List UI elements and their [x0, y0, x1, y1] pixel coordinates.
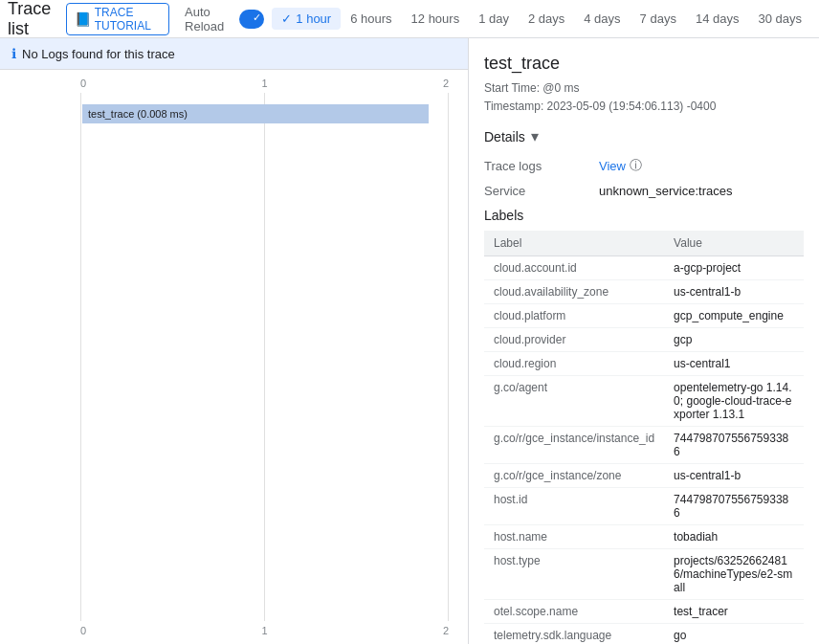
start-time: Start Time: @0 ms	[484, 79, 804, 98]
service-row: Service unknown_service:traces	[484, 184, 804, 198]
value-cell: us-central1	[664, 352, 804, 376]
labels-title: Labels	[484, 208, 804, 223]
table-row: cloud.providergcp	[484, 328, 804, 352]
info-circle-icon: ⓘ	[630, 157, 642, 174]
check-icon: ✓	[281, 11, 292, 26]
label-cell: host.type	[484, 549, 664, 600]
axis-top-0: 0	[80, 78, 86, 89]
value-cell: us-central1-b	[664, 464, 804, 488]
labels-col-label: Label	[484, 231, 664, 256]
trace-logs-value: View ⓘ	[599, 157, 642, 174]
value-cell: 7447987075567593386	[664, 488, 804, 525]
value-cell: a-gcp-project	[664, 256, 804, 280]
table-row: cloud.availability_zoneus-central1-b	[484, 280, 804, 304]
table-row: host.typeprojects/632526624816/machineTy…	[484, 549, 804, 600]
label-cell: host.id	[484, 488, 664, 525]
details-label: Details	[484, 129, 525, 144]
table-row: g.co/agentopentelemetry-go 1.14.0; googl…	[484, 376, 804, 427]
label-cell: cloud.platform	[484, 304, 664, 328]
time-btn-6hours[interactable]: 6 hours	[341, 8, 401, 30]
value-cell: gcp	[664, 328, 804, 352]
label-cell: cloud.availability_zone	[484, 280, 664, 304]
value-cell: go	[664, 624, 804, 644]
label-cell: cloud.provider	[484, 328, 664, 352]
label-cell: cloud.account.id	[484, 256, 664, 280]
axis-bottom-1: 1	[261, 625, 267, 636]
time-btn-14days[interactable]: 14 days	[686, 8, 749, 30]
book-icon: 📘	[75, 11, 91, 27]
timestamp: Timestamp: 2023-05-09 (19:54:06.113) -04…	[484, 98, 804, 116]
axis-top-1: 1	[261, 78, 267, 89]
labels-section: Labels Label Value cloud.account.ida-gcp…	[484, 208, 804, 644]
axis-bottom-0: 0	[80, 625, 86, 636]
badge-label: TRACE TUTORIAL	[95, 6, 161, 33]
trace-logs-label: Trace logs	[484, 159, 599, 173]
value-cell: gcp_compute_engine	[664, 304, 804, 328]
labels-table: Label Value cloud.account.ida-gcp-projec…	[484, 231, 804, 644]
trace-logs-link[interactable]: View	[599, 159, 626, 173]
value-cell: 7447987075567593386	[664, 427, 804, 464]
main-layout: ℹ No Logs found for this trace 0 1 2	[0, 38, 819, 644]
page-title: Trace list	[8, 0, 58, 39]
chevron-down-icon: ▾	[531, 127, 539, 145]
table-row: host.nametobadiah	[484, 525, 804, 549]
auto-reload-section: Auto Reload	[185, 5, 264, 33]
service-label: Service	[484, 184, 599, 198]
value-cell: projects/632526624816/machineTypes/e2-sm…	[664, 549, 804, 600]
table-row: cloud.platformgcp_compute_engine	[484, 304, 804, 328]
left-panel: ℹ No Logs found for this trace 0 1 2	[0, 38, 469, 644]
time-btn-12hours[interactable]: 12 hours	[402, 8, 470, 30]
label-cell: telemetry.sdk.language	[484, 624, 664, 644]
no-logs-message: No Logs found for this trace	[22, 47, 175, 61]
table-row: host.id7447987075567593386	[484, 488, 804, 525]
table-row: otel.scope.nametest_tracer	[484, 600, 804, 624]
table-row: cloud.account.ida-gcp-project	[484, 256, 804, 280]
trace-bar[interactable]: test_trace (0.008 ms)	[82, 104, 429, 123]
trace-name: test_trace	[484, 54, 804, 74]
time-btn-1day[interactable]: 1 day	[469, 8, 519, 30]
time-btn-1hour[interactable]: ✓ 1 hour	[272, 8, 341, 30]
trace-meta: Start Time: @0 ms Timestamp: 2023-05-09 …	[484, 79, 804, 116]
axis-top-2: 2	[443, 78, 449, 89]
time-btn-30days[interactable]: 30 days	[748, 8, 811, 30]
time-btn-4days[interactable]: 4 days	[574, 8, 630, 30]
label-cell: otel.scope.name	[484, 600, 664, 624]
no-logs-banner: ℹ No Logs found for this trace	[0, 38, 468, 70]
table-row: telemetry.sdk.languagego	[484, 624, 804, 644]
value-cell: tobadiah	[664, 525, 804, 549]
trace-tutorial-badge[interactable]: 📘 TRACE TUTORIAL	[66, 3, 169, 35]
table-row: g.co/r/gce_instance/instance_id744798707…	[484, 427, 804, 464]
value-cell: us-central1-b	[664, 280, 804, 304]
chart-container: 0 1 2	[0, 70, 468, 644]
label-cell: host.name	[484, 525, 664, 549]
time-btn-7days[interactable]: 7 days	[631, 8, 686, 30]
service-value: unknown_service:traces	[599, 184, 732, 198]
header: Trace list 📘 TRACE TUTORIAL Auto Reload …	[0, 0, 819, 38]
right-panel: test_trace Start Time: @0 ms Timestamp: …	[469, 38, 819, 644]
labels-col-value: Value	[664, 231, 804, 256]
label-cell: cloud.region	[484, 352, 664, 376]
axis-bottom-2: 2	[443, 625, 449, 636]
time-range-buttons: ✓ 1 hour 6 hours 12 hours 1 day 2 days 4…	[272, 8, 811, 30]
time-btn-2days[interactable]: 2 days	[519, 8, 574, 30]
info-icon: ℹ	[11, 46, 16, 61]
table-row: g.co/r/gce_instance/zoneus-central1-b	[484, 464, 804, 488]
auto-reload-label: Auto Reload	[185, 5, 233, 33]
details-section-header[interactable]: Details ▾	[484, 127, 804, 145]
value-cell: test_tracer	[664, 600, 804, 624]
trace-logs-row: Trace logs View ⓘ	[484, 157, 804, 174]
value-cell: opentelemetry-go 1.14.0; google-cloud-tr…	[664, 376, 804, 427]
label-cell: g.co/agent	[484, 376, 664, 427]
label-cell: g.co/r/gce_instance/instance_id	[484, 427, 664, 464]
auto-reload-toggle[interactable]	[239, 10, 264, 29]
table-row: cloud.regionus-central1	[484, 352, 804, 376]
label-cell: g.co/r/gce_instance/zone	[484, 464, 664, 488]
